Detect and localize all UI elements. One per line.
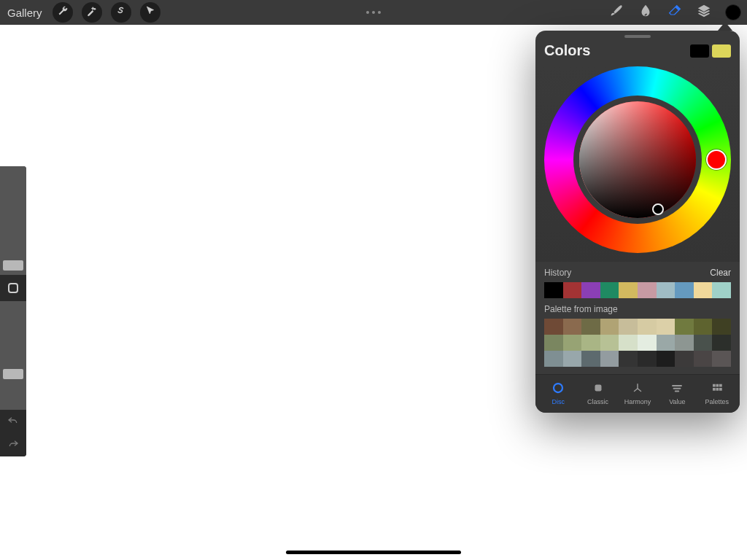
hue-cursor[interactable]	[706, 149, 727, 170]
left-sidebar	[0, 166, 26, 456]
palette-swatch[interactable]	[581, 335, 600, 351]
classic-icon	[591, 381, 605, 395]
more-menu-button[interactable]	[366, 11, 381, 14]
tab-classic[interactable]: Classic	[580, 381, 616, 405]
palette-swatch[interactable]	[581, 319, 600, 335]
brush-tool-button[interactable]	[608, 4, 624, 20]
palette-swatch[interactable]	[657, 319, 676, 335]
palette-swatch[interactable]	[619, 319, 638, 335]
selection-button[interactable]	[111, 2, 131, 23]
palette-swatch[interactable]	[563, 351, 582, 367]
brush-size-thumb[interactable]	[3, 260, 23, 271]
svg-rect-5	[713, 384, 716, 387]
wand-icon	[86, 5, 98, 20]
history-swatch[interactable]	[600, 282, 619, 298]
home-indicator	[286, 551, 461, 554]
tab-palettes[interactable]: Palettes	[699, 381, 735, 405]
palette-swatch[interactable]	[638, 351, 657, 367]
history-swatch[interactable]	[544, 282, 563, 298]
palette-swatch[interactable]	[581, 351, 600, 367]
harmony-icon	[630, 381, 645, 395]
wrench-icon	[57, 5, 69, 20]
palette-swatch[interactable]	[675, 319, 694, 335]
brush-icon	[608, 3, 624, 22]
palette-swatch[interactable]	[694, 351, 713, 367]
palette-swatch[interactable]	[619, 335, 638, 351]
tab-disc-label: Disc	[551, 398, 565, 405]
history-swatch[interactable]	[563, 282, 582, 298]
top-toolbar: Gallery	[0, 0, 747, 25]
palette-swatch[interactable]	[675, 335, 694, 351]
value-icon	[670, 381, 684, 395]
clear-history-button[interactable]: Clear	[710, 268, 731, 278]
history-swatch[interactable]	[712, 282, 731, 298]
tab-harmony-label: Harmony	[624, 398, 651, 405]
adjustments-wand-button[interactable]	[82, 2, 102, 23]
eraser-icon	[667, 3, 683, 22]
modify-button[interactable]	[0, 275, 26, 301]
palette-swatch[interactable]	[544, 351, 563, 367]
palette-swatch[interactable]	[638, 335, 657, 351]
svg-rect-7	[719, 384, 722, 387]
palette-swatch[interactable]	[619, 351, 638, 367]
opacity-slider[interactable]	[0, 301, 26, 410]
palette-swatch[interactable]	[544, 319, 563, 335]
arrow-cursor-icon	[144, 5, 156, 20]
brush-size-slider[interactable]	[0, 166, 26, 275]
sv-cursor[interactable]	[652, 203, 664, 215]
square-icon	[8, 283, 18, 293]
palette-swatch[interactable]	[563, 335, 582, 351]
palette-swatch[interactable]	[600, 335, 619, 351]
layers-icon	[696, 3, 712, 22]
history-swatch[interactable]	[694, 282, 713, 298]
tab-classic-label: Classic	[587, 398, 608, 405]
palette-swatch[interactable]	[694, 319, 713, 335]
history-swatch-row	[544, 282, 731, 298]
svg-rect-6	[716, 384, 719, 387]
palette-swatch[interactable]	[712, 351, 731, 367]
layers-button[interactable]	[696, 4, 712, 20]
right-tool-group	[608, 0, 741, 25]
transform-arrow-button[interactable]	[140, 2, 160, 23]
palette-swatch[interactable]	[675, 351, 694, 367]
tab-harmony[interactable]: Harmony	[619, 381, 656, 405]
popover-arrow	[718, 22, 732, 31]
palette-swatch[interactable]	[657, 351, 676, 367]
tab-disc[interactable]: Disc	[540, 381, 576, 405]
palette-swatch[interactable]	[600, 319, 619, 335]
undo-button[interactable]	[0, 410, 26, 433]
smudge-tool-button[interactable]	[638, 4, 654, 20]
actions-wrench-button[interactable]	[53, 2, 73, 23]
redo-icon	[7, 438, 19, 451]
palette-swatch[interactable]	[544, 335, 563, 351]
secondary-color-swatch[interactable]	[712, 44, 731, 58]
tab-value[interactable]: Value	[659, 381, 695, 405]
palette-swatch[interactable]	[712, 319, 731, 335]
history-swatch[interactable]	[638, 282, 657, 298]
palette-swatch[interactable]	[694, 335, 713, 351]
palette-swatch[interactable]	[712, 335, 731, 351]
palette-grid	[544, 319, 731, 367]
tab-palettes-label: Palettes	[705, 398, 729, 405]
gallery-button[interactable]: Gallery	[7, 7, 42, 19]
svg-rect-1	[595, 385, 601, 392]
eraser-tool-button[interactable]	[667, 4, 683, 20]
palette-swatch[interactable]	[600, 351, 619, 367]
history-swatch[interactable]	[657, 282, 676, 298]
history-swatch[interactable]	[581, 282, 600, 298]
history-swatch[interactable]	[619, 282, 638, 298]
palette-swatch[interactable]	[657, 335, 676, 351]
palette-swatch[interactable]	[563, 319, 582, 335]
redo-button[interactable]	[0, 433, 26, 456]
color-panel: Colors History Clear Palette from image	[535, 31, 740, 413]
current-color-button[interactable]	[725, 4, 741, 20]
opacity-thumb[interactable]	[3, 369, 23, 379]
svg-rect-8	[713, 388, 716, 391]
history-swatch[interactable]	[675, 282, 694, 298]
svg-point-0	[554, 384, 562, 392]
saturation-value-disc[interactable]	[579, 101, 696, 218]
palette-swatch[interactable]	[638, 319, 657, 335]
smudge-icon	[638, 3, 654, 22]
color-wheel[interactable]	[544, 66, 731, 253]
primary-color-swatch[interactable]	[690, 44, 709, 58]
